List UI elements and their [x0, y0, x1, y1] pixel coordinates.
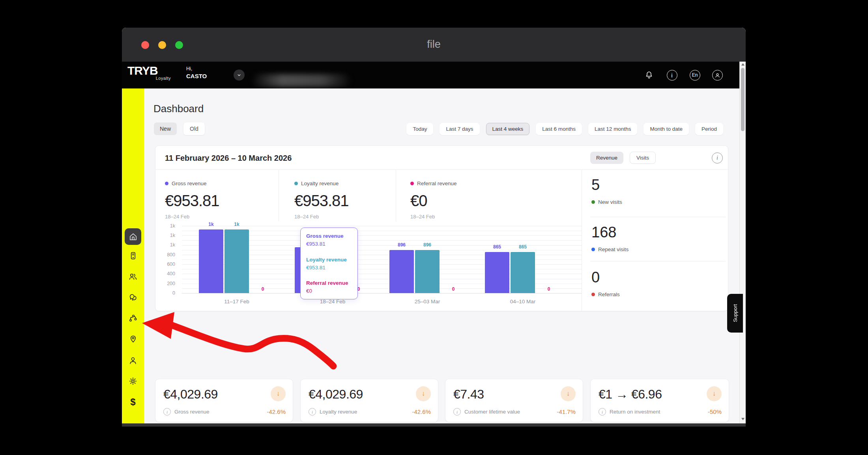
- x-axis-label: 04–10 Mar: [495, 299, 550, 305]
- sidebar-item-messages[interactable]: [125, 289, 141, 306]
- app-header: TRYB Loyalty Hi, CASTO i En: [122, 62, 746, 88]
- notifications-button[interactable]: [643, 69, 655, 81]
- view-toggle-old-button[interactable]: Old: [183, 122, 205, 135]
- referrals-stat: 0 Referrals: [591, 269, 620, 297]
- loyalty-revenue-bar[interactable]: [415, 250, 440, 293]
- bar-value-label: 896: [389, 242, 414, 248]
- sidebar-item-terminal[interactable]: [125, 247, 141, 264]
- profile-button[interactable]: [711, 69, 723, 81]
- kpi-down-arrow-icon: ↓: [416, 386, 431, 401]
- new-visits-stat: 5 New visits: [591, 177, 622, 205]
- tooltip-label: Referral revenue: [306, 280, 352, 286]
- kpi-label: Customer lifetime value: [464, 409, 557, 415]
- gross-revenue-bar[interactable]: [485, 252, 509, 293]
- x-axis-label: 18–24 Feb: [305, 299, 360, 305]
- tab-today[interactable]: Today: [406, 123, 433, 135]
- person-icon: [128, 356, 138, 365]
- mode-revenue-button[interactable]: Revenue: [590, 152, 623, 164]
- referrals-dot: [591, 293, 595, 296]
- kpi-info-icon[interactable]: i: [453, 408, 461, 416]
- kpi-label: Gross revenue: [174, 409, 267, 415]
- scrollbar-thumb[interactable]: [741, 68, 745, 131]
- mode-visits-button[interactable]: Visits: [630, 152, 656, 164]
- language-button[interactable]: En: [689, 69, 701, 81]
- summary-period: 18–24 Feb: [165, 214, 219, 220]
- summary-value: €953.81: [294, 192, 349, 210]
- page-background: file TRYB Loyalty Hi, CASTO i: [0, 0, 868, 455]
- gross-revenue-bar[interactable]: [199, 229, 223, 293]
- content-area: $ Dashboard New Old Today Last 7 days La…: [122, 88, 746, 423]
- chart-group-4: 865 865 0 04–10 Mar: [485, 226, 580, 293]
- sidebar-item-settings[interactable]: [125, 373, 141, 389]
- tooltip-row-gross: Gross revenue €953.81: [306, 233, 352, 247]
- bar-chart-plot: 1k 1k 0 11–17 Feb 954: [182, 226, 582, 293]
- sidebar-item-customers[interactable]: [125, 268, 141, 285]
- tab-period[interactable]: Period: [695, 123, 723, 135]
- summary-label: Loyalty revenue: [301, 180, 339, 186]
- support-tab-label: Support: [732, 304, 738, 322]
- tab-month-to-date[interactable]: Month to date: [644, 123, 689, 135]
- loyalty-revenue-bar[interactable]: [224, 229, 249, 293]
- tab-last-7-days[interactable]: Last 7 days: [440, 123, 479, 135]
- chevron-down-icon: [236, 72, 242, 78]
- new-visits-value: 5: [591, 177, 622, 194]
- period-tabs: Today Last 7 days Last 4 weeks Last 6 mo…: [406, 123, 723, 135]
- map-pin-icon: [129, 334, 138, 343]
- visits-divider-2: [590, 261, 726, 261]
- support-tab[interactable]: Support: [727, 294, 743, 333]
- mobile-device-icon: [129, 251, 138, 260]
- stat-divider-1: [279, 169, 279, 222]
- y-tick: 400: [155, 271, 175, 276]
- chart-info-icon[interactable]: i: [712, 152, 723, 164]
- username-text: CASTO: [186, 73, 207, 79]
- kpi-label: Return on investment: [610, 409, 708, 415]
- referral-zero-label: 0: [252, 286, 274, 292]
- sidebar-item-locations[interactable]: [125, 330, 141, 347]
- y-tick: 600: [155, 261, 175, 267]
- bar-value-label: 865: [485, 244, 509, 250]
- logo-wordmark: TRYB: [127, 64, 158, 77]
- loyalty-revenue-dot: [294, 182, 298, 185]
- sidebar-item-account[interactable]: [125, 352, 141, 369]
- kpi-value: €1 → €6.96: [599, 387, 662, 402]
- chat-bubbles-icon: [128, 293, 138, 302]
- users-icon: [128, 272, 138, 281]
- chart-date-range: 11 February 2026 – 10 March 2026: [165, 154, 292, 163]
- info-button[interactable]: i: [666, 69, 678, 81]
- sidebar-item-home[interactable]: [125, 228, 141, 245]
- scroll-down-icon[interactable]: [741, 418, 745, 420]
- kpi-info-icon[interactable]: i: [599, 408, 606, 416]
- scroll-up-icon[interactable]: [741, 63, 745, 66]
- sidebar-item-integrations[interactable]: [125, 310, 141, 326]
- tab-last-12-months[interactable]: Last 12 months: [588, 123, 637, 135]
- kpi-delta: -50%: [708, 408, 722, 415]
- x-axis-label: 11–17 Feb: [209, 299, 264, 305]
- kpi-delta: -42.6%: [267, 408, 286, 415]
- gear-icon: [128, 376, 138, 386]
- account-switcher-button[interactable]: [234, 70, 245, 81]
- sidebar-item-billing[interactable]: $: [125, 394, 141, 410]
- language-icon: En: [690, 70, 700, 81]
- gross-revenue-bar[interactable]: [389, 250, 414, 293]
- dollar-icon: $: [130, 397, 135, 408]
- kpi-delta: -42.6%: [412, 408, 431, 415]
- bar-value-label: 865: [511, 244, 535, 250]
- tryb-logo[interactable]: TRYB Loyalty: [127, 65, 171, 81]
- kpi-info-icon[interactable]: i: [309, 408, 316, 416]
- summary-value: €953.81: [165, 192, 219, 210]
- kpi-card-customer-lifetime-value: €7.43 ↓ i Customer lifetime value -41.7%: [445, 379, 583, 422]
- vertical-scrollbar[interactable]: [739, 62, 746, 423]
- view-toggle-new-button[interactable]: New: [154, 122, 177, 135]
- repeat-visits-value: 168: [591, 224, 629, 241]
- stat-divider-2: [396, 169, 396, 222]
- y-tick: 1k: [155, 223, 175, 229]
- summary-referral-revenue: Referral revenue €0 18–24 Feb: [410, 180, 457, 220]
- tab-last-6-months[interactable]: Last 6 months: [536, 123, 582, 135]
- loyalty-revenue-bar[interactable]: [511, 252, 535, 293]
- window-bottom-strip: [122, 423, 746, 427]
- kpi-info-icon[interactable]: i: [163, 408, 171, 416]
- tab-last-4-weeks[interactable]: Last 4 weeks: [486, 123, 530, 135]
- tooltip-label: Loyalty revenue: [306, 257, 352, 263]
- app-window: file TRYB Loyalty Hi, CASTO i: [122, 28, 746, 427]
- tooltip-row-referral: Referral revenue €0: [306, 280, 352, 294]
